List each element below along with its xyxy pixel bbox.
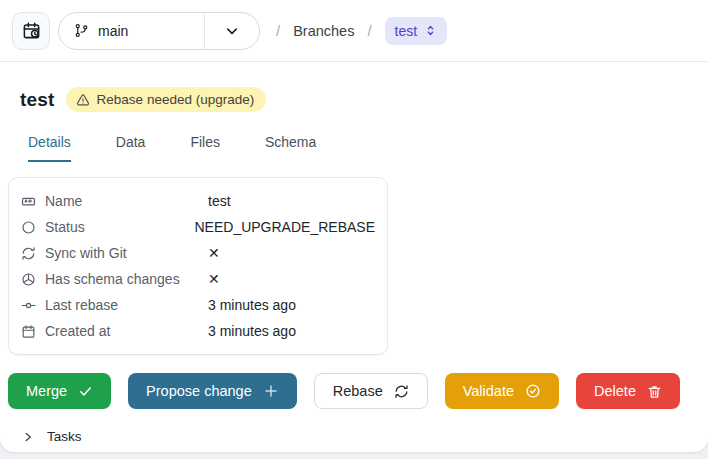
detail-label-text: Has schema changes [45, 271, 180, 287]
propose-change-button-label: Propose change [146, 383, 252, 399]
breadcrumb-separator: / [367, 22, 371, 39]
detail-label-text: Created at [45, 323, 110, 339]
merge-button[interactable]: Merge [8, 373, 111, 409]
delete-button-label: Delete [594, 383, 636, 399]
chevron-down-icon[interactable] [205, 23, 259, 39]
detail-label: Name [21, 193, 208, 209]
warning-badge-label: Rebase needed (upgrade) [97, 92, 255, 107]
calendar-clock-icon [22, 21, 41, 40]
plus-icon [263, 383, 279, 399]
main-content: test Rebase needed (upgrade) Details Dat… [0, 87, 708, 444]
badge-check-icon [525, 383, 541, 399]
page-title: test [20, 89, 55, 111]
git-branch-icon [74, 23, 89, 38]
detail-label: Last rebase [21, 297, 208, 313]
detail-value: ✕ [208, 271, 220, 287]
propose-change-button[interactable]: Propose change [128, 373, 297, 409]
detail-label: Status [21, 219, 194, 235]
action-buttons: Merge Propose change Rebase [8, 373, 700, 409]
rebase-warning-badge: Rebase needed (upgrade) [66, 87, 267, 112]
detail-label: Created at [21, 323, 208, 339]
commit-icon [21, 298, 36, 313]
refresh-icon [394, 384, 409, 399]
tasks-section-label: Tasks [47, 429, 82, 444]
detail-value: NEED_UPGRADE_REBASE [194, 219, 375, 235]
top-bar: main / Branches / test [0, 0, 708, 62]
detail-row-created-at: Created at 3 minutes ago [21, 318, 375, 344]
detail-row-name: Name test [21, 188, 375, 214]
details-card: Name test Status NEED_UPGRADE_REBASE [8, 177, 388, 355]
branch-name-select[interactable]: test [385, 17, 448, 45]
tab-data[interactable]: Data [116, 134, 146, 162]
validate-button-label: Validate [463, 383, 514, 399]
tab-files[interactable]: Files [190, 134, 220, 162]
calendar-icon [21, 324, 36, 339]
breadcrumb-separator: / [276, 22, 280, 39]
detail-value: test [208, 193, 231, 209]
tab-details[interactable]: Details [28, 134, 71, 162]
rebase-button-label: Rebase [333, 383, 383, 399]
breadcrumb: / Branches / test [276, 17, 447, 45]
merge-button-label: Merge [26, 383, 67, 399]
warning-triangle-icon [76, 93, 90, 107]
page-container: main / Branches / test [0, 0, 708, 452]
status-circle-icon [21, 220, 36, 235]
validate-button[interactable]: Validate [445, 373, 559, 409]
branch-dropdown-label: main [98, 23, 128, 39]
detail-label-text: Last rebase [45, 297, 118, 313]
detail-row-status: Status NEED_UPGRADE_REBASE [21, 214, 375, 240]
history-button[interactable] [12, 12, 50, 50]
detail-row-sync: Sync with Git ✕ [21, 240, 375, 266]
detail-label: Has schema changes [21, 271, 208, 287]
title-row: test Rebase needed (upgrade) [20, 87, 700, 112]
detail-value: 3 minutes ago [208, 297, 296, 313]
detail-label: Sync with Git [21, 245, 208, 261]
delete-button[interactable]: Delete [576, 373, 680, 409]
name-badge-icon [21, 194, 36, 209]
tab-schema[interactable]: Schema [265, 134, 316, 162]
check-icon [78, 384, 93, 399]
breadcrumb-branches[interactable]: Branches [293, 23, 354, 39]
rebase-button[interactable]: Rebase [314, 373, 428, 409]
branch-dropdown[interactable]: main [58, 12, 260, 50]
sync-arrows-icon [21, 246, 36, 261]
sphere-icon [21, 272, 36, 287]
trash-icon [647, 384, 662, 399]
branch-name-label: test [395, 23, 418, 39]
branch-dropdown-value: main [59, 23, 204, 39]
detail-label-text: Status [45, 219, 85, 235]
detail-label-text: Name [45, 193, 82, 209]
detail-row-last-rebase: Last rebase 3 minutes ago [21, 292, 375, 318]
tab-bar: Details Data Files Schema [28, 134, 700, 162]
tasks-section-toggle[interactable]: Tasks [22, 429, 700, 444]
chevron-right-icon [22, 431, 34, 443]
selector-icon [424, 24, 437, 37]
detail-label-text: Sync with Git [45, 245, 127, 261]
detail-row-schema-changes: Has schema changes ✕ [21, 266, 375, 292]
detail-value: 3 minutes ago [208, 323, 296, 339]
detail-value: ✕ [208, 245, 220, 261]
